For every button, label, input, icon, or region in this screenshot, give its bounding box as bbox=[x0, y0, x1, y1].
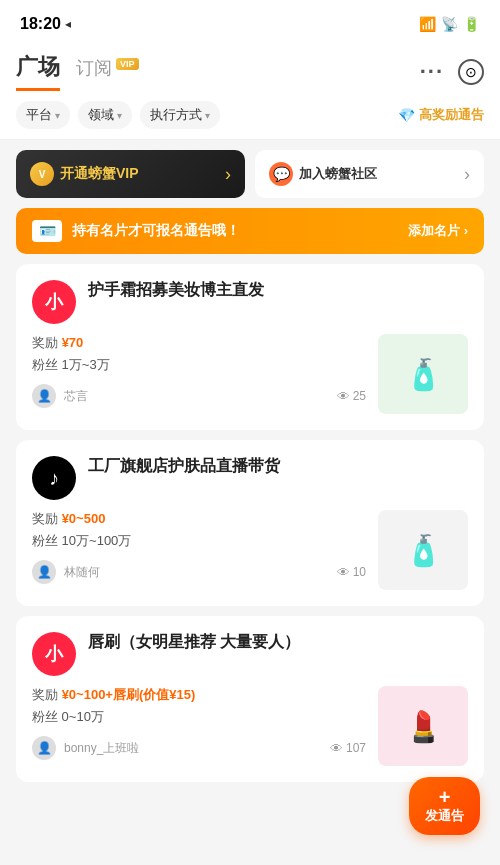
view-count-2: 👁 10 bbox=[337, 565, 366, 580]
card-action[interactable]: 添加名片 › bbox=[408, 222, 468, 240]
domain-filter[interactable]: 领域 ▾ bbox=[78, 101, 132, 129]
task-fans-2: 粉丝 10万~100万 bbox=[32, 532, 366, 550]
high-reward-button[interactable]: 💎 高奖励通告 bbox=[398, 106, 484, 124]
signal-icon: 📶 bbox=[419, 16, 436, 32]
task-list: 小 护手霜招募美妆博主直发 奖励 ¥70 粉丝 1万~3万 👤 芯言 👁 25 bbox=[0, 264, 500, 782]
card-text: 持有名片才可报名通告哦！ bbox=[72, 222, 240, 240]
task-card-1[interactable]: 小 护手霜招募美妆博主直发 奖励 ¥70 粉丝 1万~3万 👤 芯言 👁 25 bbox=[16, 264, 484, 430]
fab-label: 发通告 bbox=[425, 807, 464, 825]
task-header-3: 小 唇刷（女明星推荐 大量要人） bbox=[32, 632, 468, 676]
more-icon[interactable]: ··· bbox=[420, 59, 444, 85]
platform-arrow: ▾ bbox=[55, 110, 60, 121]
task-body-2: 奖励 ¥0~500 粉丝 10万~100万 👤 林随何 👁 10 🧴 bbox=[32, 510, 468, 590]
platform-filter[interactable]: 平台 ▾ bbox=[16, 101, 70, 129]
vip-banner-content: V 开通螃蟹VIP bbox=[30, 162, 139, 186]
card-banner[interactable]: 🪪 持有名片才可报名通告哦！ 添加名片 › bbox=[16, 208, 484, 254]
card-icon: 🪪 bbox=[32, 220, 62, 242]
publisher-avatar-2: 👤 bbox=[32, 560, 56, 584]
task-header-1: 小 护手霜招募美妆博主直发 bbox=[32, 280, 468, 324]
vip-banner[interactable]: V 开通螃蟹VIP › bbox=[16, 150, 245, 198]
vip-logo: V bbox=[30, 162, 54, 186]
publisher-avatar-3: 👤 bbox=[32, 736, 56, 760]
vip-label: 开通螃蟹VIP bbox=[60, 165, 139, 183]
task-title-1: 护手霜招募美妆博主直发 bbox=[88, 280, 468, 301]
product-img-3: 💄 bbox=[378, 686, 468, 766]
filter-bar: 平台 ▾ 领域 ▾ 执行方式 ▾ 💎 高奖励通告 bbox=[0, 91, 500, 140]
community-icon: 💬 bbox=[269, 162, 293, 186]
community-label: 加入螃蟹社区 bbox=[299, 165, 377, 183]
publisher-name-2: 林随何 bbox=[64, 564, 100, 581]
task-reward-1: 奖励 ¥70 bbox=[32, 334, 366, 352]
fab-post-button[interactable]: + 发通告 bbox=[409, 777, 480, 835]
task-info-1: 奖励 ¥70 粉丝 1万~3万 👤 芯言 👁 25 bbox=[32, 334, 366, 408]
community-arrow: › bbox=[464, 164, 470, 185]
community-banner[interactable]: 💬 加入螃蟹社区 › bbox=[255, 150, 484, 198]
task-image-3: 💄 bbox=[378, 686, 468, 766]
task-body-1: 奖励 ¥70 粉丝 1万~3万 👤 芯言 👁 25 🧴 bbox=[32, 334, 468, 414]
platform-logo-1: 小 bbox=[32, 280, 76, 324]
task-title-3: 唇刷（女明星推荐 大量要人） bbox=[88, 632, 468, 653]
card-banner-left: 🪪 持有名片才可报名通告哦！ bbox=[32, 220, 240, 242]
task-card-2[interactable]: ♪ 工厂旗舰店护肤品直播带货 奖励 ¥0~500 粉丝 10万~100万 👤 林… bbox=[16, 440, 484, 606]
status-time: 18:20 bbox=[20, 15, 61, 33]
eye-icon-3: 👁 bbox=[330, 741, 343, 756]
task-body-3: 奖励 ¥0~100+唇刷(价值¥15) 粉丝 0~10万 👤 bonny_上班啦… bbox=[32, 686, 468, 766]
tab-plaza[interactable]: 广场 bbox=[16, 52, 60, 91]
task-title-2: 工厂旗舰店护肤品直播带货 bbox=[88, 456, 468, 477]
task-fans-3: 粉丝 0~10万 bbox=[32, 708, 366, 726]
task-reward-3: 奖励 ¥0~100+唇刷(价值¥15) bbox=[32, 686, 366, 704]
platform-logo-3: 小 bbox=[32, 632, 76, 676]
task-info-2: 奖励 ¥0~500 粉丝 10万~100万 👤 林随何 👁 10 bbox=[32, 510, 366, 584]
vip-badge: VIP bbox=[116, 58, 139, 70]
fab-plus-icon: + bbox=[439, 787, 451, 807]
task-reward-2: 奖励 ¥0~500 bbox=[32, 510, 366, 528]
task-footer-1: 👤 芯言 👁 25 bbox=[32, 384, 366, 408]
header-actions: ··· ⊙ bbox=[420, 59, 484, 85]
task-footer-2: 👤 林随何 👁 10 bbox=[32, 560, 366, 584]
task-card-3[interactable]: 小 唇刷（女明星推荐 大量要人） 奖励 ¥0~100+唇刷(价值¥15) 粉丝 … bbox=[16, 616, 484, 782]
method-filter[interactable]: 执行方式 ▾ bbox=[140, 101, 220, 129]
task-image-2: 🧴 bbox=[378, 510, 468, 590]
eye-icon-2: 👁 bbox=[337, 565, 350, 580]
task-footer-3: 👤 bonny_上班啦 👁 107 bbox=[32, 736, 366, 760]
location-icon: ◂ bbox=[65, 17, 71, 31]
header-tabs: 广场 订阅VIP bbox=[16, 52, 139, 91]
banner-row: V 开通螃蟹VIP › 💬 加入螃蟹社区 › bbox=[0, 140, 500, 208]
view-count-3: 👁 107 bbox=[330, 741, 366, 756]
header: 广场 订阅VIP ··· ⊙ bbox=[0, 44, 500, 91]
product-img-2: 🧴 bbox=[378, 510, 468, 590]
view-count-1: 👁 25 bbox=[337, 389, 366, 404]
method-arrow: ▾ bbox=[205, 110, 210, 121]
publisher-avatar-1: 👤 bbox=[32, 384, 56, 408]
task-fans-1: 粉丝 1万~3万 bbox=[32, 356, 366, 374]
tab-subscribe[interactable]: 订阅VIP bbox=[76, 56, 139, 86]
platform-logo-2: ♪ bbox=[32, 456, 76, 500]
vip-arrow: › bbox=[225, 164, 231, 185]
status-icons: 📶 📡 🔋 bbox=[419, 16, 480, 32]
eye-icon-1: 👁 bbox=[337, 389, 350, 404]
camera-icon[interactable]: ⊙ bbox=[458, 59, 484, 85]
domain-arrow: ▾ bbox=[117, 110, 122, 121]
community-content: 💬 加入螃蟹社区 bbox=[269, 162, 377, 186]
product-img-1: 🧴 bbox=[378, 334, 468, 414]
status-bar: 18:20 ◂ 📶 📡 🔋 bbox=[0, 0, 500, 44]
publisher-name-1: 芯言 bbox=[64, 388, 88, 405]
task-info-3: 奖励 ¥0~100+唇刷(价值¥15) 粉丝 0~10万 👤 bonny_上班啦… bbox=[32, 686, 366, 760]
diamond-icon: 💎 bbox=[398, 107, 415, 123]
task-header-2: ♪ 工厂旗舰店护肤品直播带货 bbox=[32, 456, 468, 500]
publisher-name-3: bonny_上班啦 bbox=[64, 740, 139, 757]
task-image-1: 🧴 bbox=[378, 334, 468, 414]
battery-icon: 🔋 bbox=[463, 16, 480, 32]
wifi-icon: 📡 bbox=[441, 16, 458, 32]
